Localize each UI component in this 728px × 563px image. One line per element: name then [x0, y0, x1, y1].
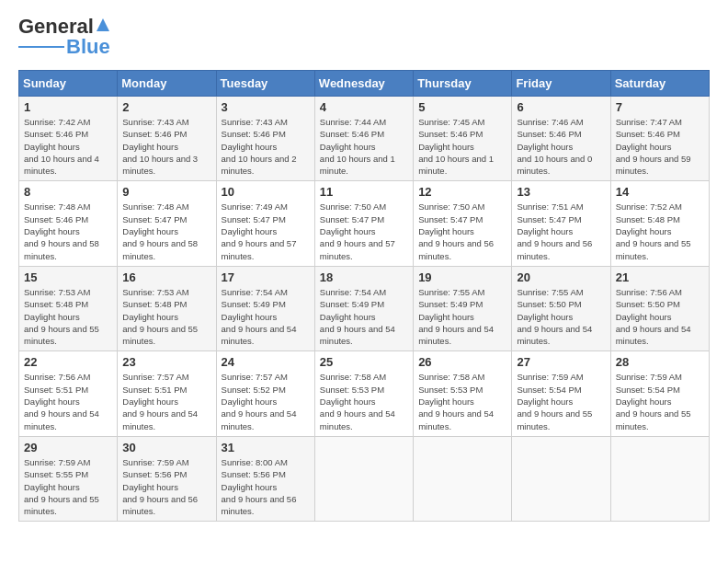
day-number: 2	[122, 100, 210, 114]
day-info: Sunrise: 7:59 AMSunset: 5:56 PMDaylight …	[122, 456, 210, 517]
calendar-cell: 4Sunrise: 7:44 AMSunset: 5:46 PMDaylight…	[314, 97, 413, 181]
day-info: Sunrise: 7:59 AMSunset: 5:54 PMDaylight …	[517, 371, 605, 431]
day-info: Sunrise: 7:48 AMSunset: 5:46 PMDaylight …	[24, 201, 112, 261]
logo: General Blue	[18, 15, 111, 59]
day-info: Sunrise: 7:55 AMSunset: 5:50 PMDaylight …	[517, 286, 605, 347]
day-number: 27	[517, 355, 605, 369]
day-info: Sunrise: 7:44 AMSunset: 5:46 PMDaylight …	[320, 116, 408, 177]
day-number: 17	[222, 270, 310, 284]
day-number: 10	[222, 185, 310, 199]
day-number: 16	[122, 270, 210, 284]
day-number: 11	[320, 185, 408, 199]
calendar-cell	[512, 436, 610, 521]
calendar-cell: 7Sunrise: 7:47 AMSunset: 5:46 PMDaylight…	[610, 97, 709, 181]
day-info: Sunrise: 8:00 AMSunset: 5:56 PMDaylight …	[222, 456, 310, 517]
day-info: Sunrise: 7:50 AMSunset: 5:47 PMDaylight …	[418, 201, 506, 261]
logo-triangle-icon	[95, 17, 111, 33]
day-number: 22	[24, 355, 112, 369]
logo-blue: Blue	[66, 35, 110, 59]
day-number: 8	[24, 185, 112, 199]
day-info: Sunrise: 7:53 AMSunset: 5:48 PMDaylight …	[24, 286, 112, 347]
day-info: Sunrise: 7:56 AMSunset: 5:51 PMDaylight …	[24, 371, 112, 431]
day-info: Sunrise: 7:57 AMSunset: 5:51 PMDaylight …	[122, 371, 210, 431]
day-info: Sunrise: 7:59 AMSunset: 5:55 PMDaylight …	[24, 456, 112, 517]
calendar-cell: 2Sunrise: 7:43 AMSunset: 5:46 PMDaylight…	[118, 97, 216, 181]
day-number: 21	[616, 270, 704, 284]
day-number: 30	[122, 441, 210, 454]
day-info: Sunrise: 7:46 AMSunset: 5:46 PMDaylight …	[517, 116, 605, 177]
calendar-cell: 19Sunrise: 7:55 AMSunset: 5:49 PMDayligh…	[414, 266, 512, 350]
calendar-cell: 20Sunrise: 7:55 AMSunset: 5:50 PMDayligh…	[512, 266, 610, 350]
calendar-page: General Blue SundayMondayTuesdayWednesda…	[0, 0, 728, 540]
calendar-cell: 3Sunrise: 7:43 AMSunset: 5:46 PMDaylight…	[216, 97, 314, 181]
day-number: 12	[418, 185, 506, 199]
day-number: 18	[320, 270, 408, 284]
day-number: 24	[222, 355, 310, 369]
day-info: Sunrise: 7:58 AMSunset: 5:53 PMDaylight …	[320, 371, 408, 431]
calendar-cell: 30Sunrise: 7:59 AMSunset: 5:56 PMDayligh…	[118, 436, 216, 521]
day-info: Sunrise: 7:56 AMSunset: 5:50 PMDaylight …	[616, 286, 704, 347]
weekday-thursday: Thursday	[414, 71, 512, 97]
day-number: 25	[320, 355, 408, 369]
day-number: 1	[24, 100, 112, 114]
calendar-cell	[414, 436, 512, 521]
day-info: Sunrise: 7:52 AMSunset: 5:48 PMDaylight …	[616, 201, 704, 261]
day-number: 14	[616, 185, 704, 199]
calendar-cell: 27Sunrise: 7:59 AMSunset: 5:54 PMDayligh…	[512, 351, 610, 436]
calendar-week-1: 1Sunrise: 7:42 AMSunset: 5:46 PMDaylight…	[19, 97, 710, 181]
day-number: 5	[418, 100, 506, 114]
day-info: Sunrise: 7:49 AMSunset: 5:47 PMDaylight …	[222, 201, 310, 261]
header: General Blue	[18, 15, 710, 59]
calendar-cell: 12Sunrise: 7:50 AMSunset: 5:47 PMDayligh…	[414, 181, 512, 266]
calendar-cell: 24Sunrise: 7:57 AMSunset: 5:52 PMDayligh…	[216, 351, 314, 436]
calendar-cell: 16Sunrise: 7:53 AMSunset: 5:48 PMDayligh…	[118, 266, 216, 350]
day-number: 20	[517, 270, 605, 284]
weekday-sunday: Sunday	[19, 71, 118, 97]
day-number: 9	[122, 185, 210, 199]
calendar-cell: 10Sunrise: 7:49 AMSunset: 5:47 PMDayligh…	[216, 181, 314, 266]
calendar-cell: 31Sunrise: 8:00 AMSunset: 5:56 PMDayligh…	[216, 436, 314, 521]
day-info: Sunrise: 7:53 AMSunset: 5:48 PMDaylight …	[122, 286, 210, 347]
calendar-cell: 18Sunrise: 7:54 AMSunset: 5:49 PMDayligh…	[314, 266, 413, 350]
day-number: 7	[616, 100, 704, 114]
calendar-cell: 1Sunrise: 7:42 AMSunset: 5:46 PMDaylight…	[19, 97, 118, 181]
day-number: 4	[320, 100, 408, 114]
day-number: 13	[517, 185, 605, 199]
calendar-cell: 11Sunrise: 7:50 AMSunset: 5:47 PMDayligh…	[314, 181, 413, 266]
calendar-week-3: 15Sunrise: 7:53 AMSunset: 5:48 PMDayligh…	[19, 266, 710, 350]
day-info: Sunrise: 7:43 AMSunset: 5:46 PMDaylight …	[122, 116, 210, 177]
calendar-cell: 29Sunrise: 7:59 AMSunset: 5:55 PMDayligh…	[19, 436, 118, 521]
calendar-cell: 17Sunrise: 7:54 AMSunset: 5:49 PMDayligh…	[216, 266, 314, 350]
day-info: Sunrise: 7:42 AMSunset: 5:46 PMDaylight …	[24, 116, 112, 177]
calendar-week-4: 22Sunrise: 7:56 AMSunset: 5:51 PMDayligh…	[19, 351, 710, 436]
day-info: Sunrise: 7:59 AMSunset: 5:54 PMDaylight …	[616, 371, 704, 431]
calendar-week-5: 29Sunrise: 7:59 AMSunset: 5:55 PMDayligh…	[19, 436, 710, 521]
calendar-cell: 5Sunrise: 7:45 AMSunset: 5:46 PMDaylight…	[414, 97, 512, 181]
calendar-cell: 9Sunrise: 7:48 AMSunset: 5:47 PMDaylight…	[118, 181, 216, 266]
day-number: 19	[418, 270, 506, 284]
calendar-cell: 6Sunrise: 7:46 AMSunset: 5:46 PMDaylight…	[512, 97, 610, 181]
day-info: Sunrise: 7:57 AMSunset: 5:52 PMDaylight …	[222, 371, 310, 431]
weekday-header-row: SundayMondayTuesdayWednesdayThursdayFrid…	[19, 71, 710, 97]
day-number: 29	[24, 441, 112, 454]
day-number: 15	[24, 270, 112, 284]
calendar-cell: 22Sunrise: 7:56 AMSunset: 5:51 PMDayligh…	[19, 351, 118, 436]
weekday-wednesday: Wednesday	[314, 71, 413, 97]
calendar-cell: 26Sunrise: 7:58 AMSunset: 5:53 PMDayligh…	[414, 351, 512, 436]
calendar-cell: 8Sunrise: 7:48 AMSunset: 5:46 PMDaylight…	[19, 181, 118, 266]
day-info: Sunrise: 7:47 AMSunset: 5:46 PMDaylight …	[616, 116, 704, 177]
day-number: 6	[517, 100, 605, 114]
day-number: 28	[616, 355, 704, 369]
day-info: Sunrise: 7:43 AMSunset: 5:46 PMDaylight …	[222, 116, 310, 177]
day-number: 26	[418, 355, 506, 369]
calendar-cell: 14Sunrise: 7:52 AMSunset: 5:48 PMDayligh…	[610, 181, 709, 266]
calendar-cell: 13Sunrise: 7:51 AMSunset: 5:47 PMDayligh…	[512, 181, 610, 266]
weekday-monday: Monday	[118, 71, 216, 97]
day-info: Sunrise: 7:51 AMSunset: 5:47 PMDaylight …	[517, 201, 605, 261]
calendar-cell: 15Sunrise: 7:53 AMSunset: 5:48 PMDayligh…	[19, 266, 118, 350]
logo-line	[18, 46, 64, 48]
day-info: Sunrise: 7:50 AMSunset: 5:47 PMDaylight …	[320, 201, 408, 261]
calendar-cell: 25Sunrise: 7:58 AMSunset: 5:53 PMDayligh…	[314, 351, 413, 436]
day-info: Sunrise: 7:45 AMSunset: 5:46 PMDaylight …	[418, 116, 506, 177]
calendar-cell: 28Sunrise: 7:59 AMSunset: 5:54 PMDayligh…	[610, 351, 709, 436]
